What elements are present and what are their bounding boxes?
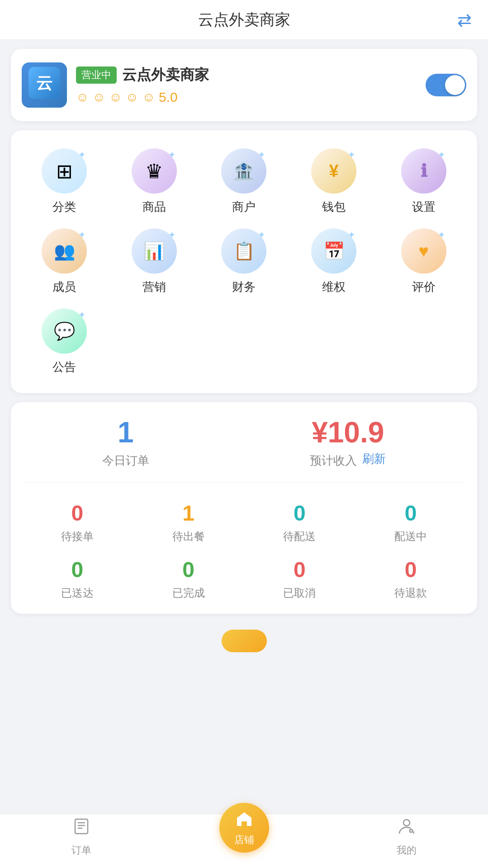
menu-item-pingjia[interactable]: ♥ ✦ 评价 (381, 228, 466, 295)
stat-delivered[interactable]: 0 已送达 (22, 557, 133, 600)
store-logo-text: 云 (28, 67, 60, 103)
delivered-label: 已送达 (22, 586, 133, 600)
nav-store[interactable]: 店铺 (163, 821, 326, 853)
store-name: 云点外卖商家 (122, 65, 209, 85)
today-orders-num: 1 (102, 416, 149, 449)
svg-point-6 (403, 820, 410, 826)
stat-cancelled[interactable]: 0 已取消 (244, 557, 355, 600)
menu-item-weiquan[interactable]: 📅 ✦ 维权 (291, 228, 377, 295)
completed-label: 已完成 (133, 586, 244, 600)
wait-accept-num: 0 (22, 501, 133, 526)
stat-delivering[interactable]: 0 配送中 (355, 501, 466, 544)
income-prefix: ¥ (312, 416, 328, 449)
pingjia-label: 评价 (412, 279, 436, 295)
stat-wait-cook[interactable]: 1 待出餐 (133, 501, 244, 544)
fenlei-icon: ⊞ ✦ (42, 148, 87, 194)
estimated-income-label: 预计收入 (310, 453, 357, 469)
estimated-income-num: ¥10.9 (310, 416, 386, 449)
yingxiao-icon: 📊 ✦ (132, 228, 177, 274)
star1: ☺ (76, 90, 89, 104)
store-logo: 云 (22, 62, 67, 108)
refund-label: 待退款 (355, 586, 466, 600)
star3: ☺ (109, 90, 122, 104)
business-toggle[interactable] (426, 74, 466, 96)
shangpin-icon: ♛ ✦ (132, 148, 177, 194)
store-icon (234, 809, 254, 833)
wait-accept-label: 待接单 (22, 529, 133, 544)
menu-item-caiwu[interactable]: 📋 ✦ 财务 (201, 228, 287, 295)
weiquan-icon: 📅 ✦ (311, 228, 356, 274)
delivering-num: 0 (355, 501, 466, 526)
caiwu-icon: 📋 ✦ (221, 228, 266, 274)
stat-refund[interactable]: 0 待退款 (355, 557, 466, 600)
shezhi-label: 设置 (412, 199, 436, 215)
bottom-nav: 订单 店铺 我的 (0, 814, 488, 868)
store-status-badge: 营业中 (76, 66, 117, 84)
stats-grid: 0 待接单 1 待出餐 0 待配送 0 配送中 0 已送达 0 已完成 0 已取… (22, 501, 466, 600)
mine-icon (397, 816, 417, 841)
orders-icon (71, 816, 91, 841)
stats-top: 1 今日订单 ¥10.9 预计收入 刷新 (22, 416, 466, 483)
menu-item-qianbao[interactable]: ¥ ✦ 钱包 (291, 148, 377, 215)
menu-item-yingxiao[interactable]: 📊 ✦ 营销 (112, 228, 197, 295)
today-orders-label: 今日订单 (102, 453, 149, 469)
stat-completed[interactable]: 0 已完成 (133, 557, 244, 600)
svg-text:云: 云 (36, 74, 52, 92)
menu-card: ⊞ ✦ 分类 ♛ ✦ 商品 🏦 ✦ 商户 ¥ ✦ 钱包 (11, 130, 477, 393)
store-center-btn[interactable]: 店铺 (219, 803, 269, 853)
menu-item-gonggao[interactable]: 💬 ✦ 公告 (22, 308, 107, 375)
store-info-card: 云 营业中 云点外卖商家 ☺ ☺ ☺ ☺ ☺ 5.0 (11, 49, 477, 121)
gonggao-icon: 💬 ✦ (42, 308, 87, 354)
switch-icon[interactable]: ⇄ (457, 10, 472, 30)
refund-num: 0 (355, 557, 466, 582)
store-name-row: 营业中 云点外卖商家 (76, 65, 417, 85)
today-orders: 1 今日订单 (102, 416, 149, 469)
shezhi-icon: ℹ ✦ (401, 148, 446, 194)
menu-item-shangpin[interactable]: ♛ ✦ 商品 (112, 148, 197, 215)
star5: ☺ (142, 90, 155, 104)
shanghu-icon: 🏦 ✦ (221, 148, 266, 194)
wait-deliver-label: 待配送 (244, 529, 355, 544)
svg-rect-2 (75, 819, 88, 834)
estimated-income: ¥10.9 预计收入 刷新 (310, 416, 386, 469)
star4: ☺ (126, 90, 139, 104)
pingjia-icon: ♥ ✦ (401, 228, 446, 274)
gonggao-label: 公告 (52, 359, 76, 375)
mine-label: 我的 (397, 844, 417, 857)
nav-mine[interactable]: 我的 (325, 816, 488, 857)
completed-num: 0 (133, 557, 244, 582)
wait-cook-num: 1 (133, 501, 244, 526)
delivered-num: 0 (22, 557, 133, 582)
menu-item-shezhi[interactable]: ℹ ✦ 设置 (381, 148, 466, 215)
menu-item-fenlei[interactable]: ⊞ ✦ 分类 (22, 148, 107, 215)
menu-item-shanghu[interactable]: 🏦 ✦ 商户 (201, 148, 287, 215)
star2: ☺ (93, 90, 106, 104)
floating-circle (222, 630, 267, 652)
delivering-label: 配送中 (355, 529, 466, 544)
menu-item-chengyuan[interactable]: 👥 ✦ 成员 (22, 228, 107, 295)
nav-orders[interactable]: 订单 (0, 816, 163, 857)
store-details: 营业中 云点外卖商家 ☺ ☺ ☺ ☺ ☺ 5.0 (76, 65, 417, 105)
wait-cook-label: 待出餐 (133, 529, 244, 544)
fenlei-label: 分类 (52, 199, 76, 215)
yingxiao-label: 营销 (142, 279, 166, 295)
weiquan-label: 维权 (322, 279, 346, 295)
stat-wait-deliver[interactable]: 0 待配送 (244, 501, 355, 544)
header-title: 云点外卖商家 (198, 9, 290, 30)
stat-wait-accept[interactable]: 0 待接单 (22, 501, 133, 544)
shanghu-label: 商户 (232, 199, 256, 215)
app-header: 云点外卖商家 ⇄ (0, 0, 488, 40)
chengyuan-icon: 👥 ✦ (42, 228, 87, 274)
refresh-button[interactable]: 刷新 (362, 451, 386, 467)
store-info-row: 云 营业中 云点外卖商家 ☺ ☺ ☺ ☺ ☺ 5.0 (22, 62, 466, 108)
qianbao-icon: ¥ ✦ (311, 148, 356, 194)
menu-grid: ⊞ ✦ 分类 ♛ ✦ 商品 🏦 ✦ 商户 ¥ ✦ 钱包 (22, 144, 466, 379)
cancelled-num: 0 (244, 557, 355, 582)
shangpin-label: 商品 (142, 199, 166, 215)
qianbao-label: 钱包 (322, 199, 346, 215)
store-label: 店铺 (234, 833, 254, 847)
stats-card: 1 今日订单 ¥10.9 预计收入 刷新 0 待接单 1 待出餐 0 待配送 (11, 402, 477, 614)
floating-area (0, 623, 488, 659)
caiwu-label: 财务 (232, 279, 256, 295)
store-rating-num: 5.0 (159, 90, 178, 105)
